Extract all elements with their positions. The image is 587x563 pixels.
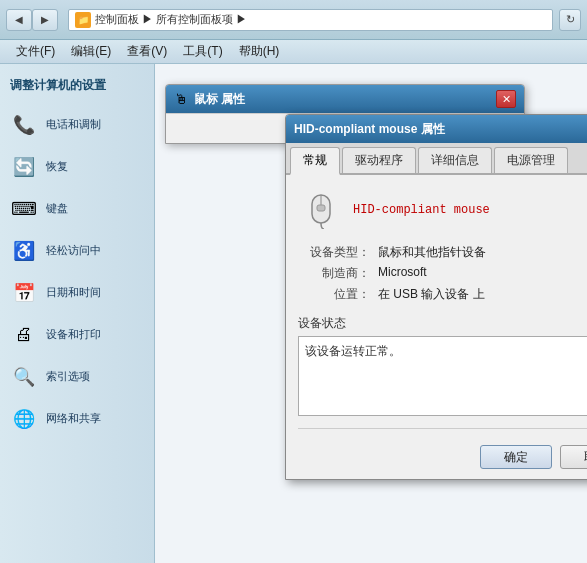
devices-icon: 🖨 (8, 319, 40, 351)
forward-icon: ▶ (41, 14, 49, 25)
prop-value-type: 鼠标和其他指针设备 (378, 244, 587, 261)
tab-driver[interactable]: 驱动程序 (342, 147, 416, 173)
hid-dialog-title: HID-compliant mouse 属性 (294, 121, 587, 138)
accessibility-icon: ♿ (8, 235, 40, 267)
tab-power[interactable]: 电源管理 (494, 147, 568, 173)
phone-icon: 📞 (8, 109, 40, 141)
prop-label-manufacturer: 制造商： (298, 265, 378, 282)
sidebar-label-recovery: 恢复 (46, 159, 68, 173)
tab-details[interactable]: 详细信息 (418, 147, 492, 173)
sidebar-item-indexing[interactable]: 🔍 索引选项 (0, 356, 154, 398)
menu-tools[interactable]: 工具(T) (175, 41, 230, 62)
tab-strip: 常规 驱动程序 详细信息 电源管理 (286, 143, 587, 175)
prop-value-manufacturer: Microsoft (378, 265, 587, 282)
prop-row-type: 设备类型： 鼠标和其他指针设备 (298, 244, 587, 261)
sidebar: 调整计算机的设置 📞 电话和调制 🔄 恢复 ⌨ 键盘 ♿ 轻松访问中 📅 日期和… (0, 64, 155, 563)
sidebar-item-recovery[interactable]: 🔄 恢复 (0, 146, 154, 188)
refresh-icon: ↻ (566, 13, 575, 26)
forward-button[interactable]: ▶ (32, 9, 58, 31)
prop-row-location: 位置： 在 USB 输入设备 上 (298, 286, 587, 303)
address-bar[interactable]: 📁 控制面板 ▶ 所有控制面板项 ▶ (68, 9, 553, 31)
menu-edit[interactable]: 编辑(E) (63, 41, 119, 62)
hid-titlebar: HID-compliant mouse 属性 ✕ (286, 115, 587, 143)
mouse-dialog-title: 鼠标 属性 (194, 91, 496, 108)
sidebar-label-phone: 电话和调制 (46, 117, 101, 131)
sidebar-label-keyboard: 键盘 (46, 201, 68, 215)
sidebar-item-phone[interactable]: 📞 电话和调制 (0, 104, 154, 146)
properties-table: 设备类型： 鼠标和其他指针设备 制造商： Microsoft 位置： 在 USB… (298, 244, 587, 303)
menu-help[interactable]: 帮助(H) (231, 41, 288, 62)
menu-file[interactable]: 文件(F) (8, 41, 63, 62)
cancel-button[interactable]: 取消 (560, 445, 587, 469)
sidebar-item-datetime[interactable]: 📅 日期和时间 (0, 272, 154, 314)
status-section-label: 设备状态 (298, 315, 587, 332)
mouse-dialog-close[interactable]: ✕ (496, 90, 516, 108)
menu-view[interactable]: 查看(V) (119, 41, 175, 62)
keyboard-icon: ⌨ (8, 193, 40, 225)
prop-label-location: 位置： (298, 286, 378, 303)
device-name-text: HID-compliant mouse (353, 203, 490, 217)
prop-value-location: 在 USB 输入设备 上 (378, 286, 587, 303)
sidebar-label-datetime: 日期和时间 (46, 285, 101, 299)
sidebar-label-accessibility: 轻松访问中 (46, 243, 101, 257)
menu-bar: 文件(F) 编辑(E) 查看(V) 工具(T) 帮助(H) (0, 40, 587, 64)
status-text: 该设备运转正常。 (305, 343, 587, 360)
back-icon: ◀ (15, 14, 23, 25)
address-bar-row: ◀ ▶ 📁 控制面板 ▶ 所有控制面板项 ▶ ↻ (0, 0, 587, 40)
svg-rect-2 (317, 205, 325, 211)
sidebar-label-network: 网络和共享 (46, 411, 101, 425)
status-box: 该设备运转正常。 ▲ ▼ (298, 336, 587, 416)
sidebar-item-devices[interactable]: 🖨 设备和打印 (0, 314, 154, 356)
network-icon: 🌐 (8, 403, 40, 435)
folder-icon: 📁 (75, 12, 91, 28)
datetime-icon: 📅 (8, 277, 40, 309)
content-area: 🖱 鼠标 属性 ✕ HID-compliant mouse 属性 ✕ 常规 驱动… (155, 64, 587, 563)
device-icon-area (298, 187, 343, 232)
sidebar-item-accessibility[interactable]: ♿ 轻松访问中 (0, 230, 154, 272)
main-area: 调整计算机的设置 📞 电话和调制 🔄 恢复 ⌨ 键盘 ♿ 轻松访问中 📅 日期和… (0, 64, 587, 563)
prop-row-manufacturer: 制造商： Microsoft (298, 265, 587, 282)
sidebar-label-indexing: 索引选项 (46, 369, 90, 383)
recovery-icon: 🔄 (8, 151, 40, 183)
tab-general[interactable]: 常规 (290, 147, 340, 175)
device-header: HID-compliant mouse (298, 187, 587, 232)
hid-dialog-body: HID-compliant mouse 设备类型： 鼠标和其他指针设备 制造商：… (286, 175, 587, 428)
sidebar-title: 调整计算机的设置 (0, 72, 154, 104)
address-text: 控制面板 ▶ 所有控制面板项 ▶ (95, 12, 247, 27)
footer-divider (298, 428, 587, 429)
refresh-button[interactable]: ↻ (559, 9, 581, 31)
sidebar-item-keyboard[interactable]: ⌨ 键盘 (0, 188, 154, 230)
sidebar-item-network[interactable]: 🌐 网络和共享 (0, 398, 154, 440)
prop-label-type: 设备类型： (298, 244, 378, 261)
ok-button[interactable]: 确定 (480, 445, 552, 469)
hid-dialog: HID-compliant mouse 属性 ✕ 常规 驱动程序 详细信息 电源… (285, 114, 587, 480)
dialog-footer: 确定 取消 (286, 437, 587, 479)
mouse-title-icon: 🖱 (174, 91, 188, 107)
mouse-dialog-titlebar: 🖱 鼠标 属性 ✕ (166, 85, 524, 113)
indexing-icon: 🔍 (8, 361, 40, 393)
sidebar-label-devices: 设备和打印 (46, 327, 101, 341)
mouse-svg-icon (302, 191, 340, 229)
back-button[interactable]: ◀ (6, 9, 32, 31)
